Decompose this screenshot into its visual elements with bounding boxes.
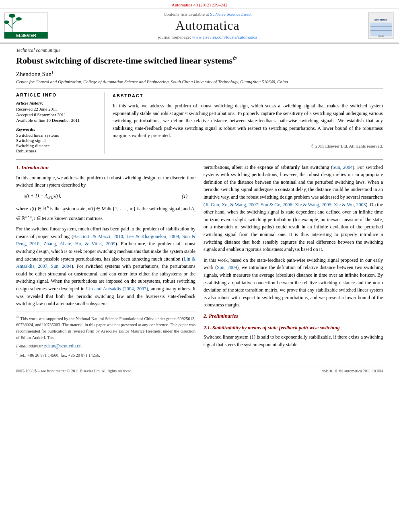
body-col-left: 1. Introduction In this communique, we a…	[16, 164, 195, 360]
copyright-notice: © 2011 Elsevier Ltd. All rights reserved…	[113, 143, 383, 150]
section-label: Technical communique	[16, 47, 383, 53]
equation-1: x(t + 1) = Aσ(t)x(t), (1)	[24, 192, 187, 201]
svg-point-5	[9, 14, 15, 18]
bottom-bar: 0005-1098/$ – see front matter © 2011 El…	[16, 366, 383, 376]
right-para-2: In this work, based on the state-feedbac…	[204, 257, 383, 309]
journal-center-block: Contents lists available at SciVerse Sci…	[52, 12, 363, 39]
article-title: Robust switching of discrete-time switch…	[16, 55, 383, 67]
accepted-date: Accepted 6 September 2011	[16, 112, 98, 117]
automatica-cover-logo: automatica Vol 48	[367, 12, 395, 39]
intro-para-2: where x(t) ∈ ℝn is the system state, σ(t…	[16, 204, 195, 222]
right-para-1: perturbations, albeit at the expense of …	[204, 164, 383, 253]
journal-citation: Automatica 48 (2012) 239–242	[172, 2, 227, 7]
history-label: Article history:	[16, 101, 98, 105]
and-text: and	[101, 271, 107, 277]
svg-line-3	[12, 20, 18, 25]
bottom-doi: doi:10.1016/j.automatica.2011.10.004	[322, 369, 383, 373]
footnote-1: 1 Tel.: +86 20 871 14560; fax: +86 20 87…	[16, 351, 195, 358]
svg-point-6	[16, 17, 22, 21]
homepage-link[interactable]: www.elsevier.com/locate/automatica	[192, 35, 257, 39]
right-para-3: Switched linear system (1) is said to be…	[204, 333, 383, 348]
section2-heading: 2. Preliminaries	[204, 312, 383, 320]
body-col-right: perturbations, albeit at the expense of …	[204, 164, 383, 360]
footnotes: ✩ This work was supported by the Nationa…	[16, 312, 195, 359]
body-columns: 1. Introduction In this communique, we a…	[16, 159, 383, 360]
article-info-col: ARTICLE INFO Article history: Received 2…	[16, 92, 105, 154]
svg-line-4	[7, 23, 12, 28]
abstract-title: ABSTRACT	[113, 92, 383, 99]
homepage-line: journal homepage: www.elsevier.com/locat…	[52, 35, 363, 39]
elsevier-logo: ELSEVIER	[4, 12, 48, 39]
abstract-text: In this work, we address the problem of …	[113, 102, 383, 140]
affiliation: Center for Control and Optimization, Col…	[16, 79, 383, 84]
svg-text:automatica: automatica	[374, 18, 387, 21]
keywords-label: Keywords:	[16, 127, 98, 131]
intro-para-1: In this communique, we address the probl…	[16, 174, 195, 189]
journal-title: Automatica	[52, 18, 363, 33]
keyword-3: Switching distance	[16, 143, 98, 148]
sciverse-link[interactable]: SciVerse ScienceDirect	[210, 12, 251, 16]
article-meta-row: ARTICLE INFO Article history: Received 2…	[16, 88, 383, 154]
svg-point-7	[4, 21, 9, 24]
footnote-email: E-mail address: zdsun@scut.edu.cn.	[16, 342, 195, 349]
sciverse-line: Contents lists available at SciVerse Sci…	[52, 12, 363, 16]
author-name: Zhendong Sun1	[16, 70, 383, 78]
section1-heading: 1. Introduction	[16, 164, 195, 172]
journal-top-bar: Automatica 48 (2012) 239–242	[0, 0, 399, 8]
bottom-left: 0005-1098/$ – see front matter © 2011 El…	[16, 369, 132, 373]
subsection21-heading: 2.1. Stabilizability by means of state-f…	[204, 324, 383, 332]
article-info-title: ARTICLE INFO	[16, 92, 98, 97]
svg-rect-11	[370, 23, 391, 36]
keyword-4: Robustness	[16, 148, 98, 153]
footnote-star: ✩ This work was supported by the Nationa…	[16, 314, 195, 341]
svg-text:Vol 48: Vol 48	[378, 35, 384, 37]
keyword-2: Switching signal	[16, 138, 98, 143]
available-date: Available online 10 December 2011	[16, 118, 98, 123]
intro-para-3: For the switched linear system, much eff…	[16, 225, 195, 308]
article-content: Technical communique Robust switching of…	[0, 43, 399, 380]
journal-header: ELSEVIER Contents lists available at Sci…	[0, 8, 399, 43]
received-date: Received 22 June 2011	[16, 107, 98, 111]
svg-text:ELSEVIER: ELSEVIER	[16, 33, 36, 38]
abstract-col: ABSTRACT In this work, we address the pr…	[113, 92, 383, 154]
keyword-1: Switched linear systems	[16, 133, 98, 138]
